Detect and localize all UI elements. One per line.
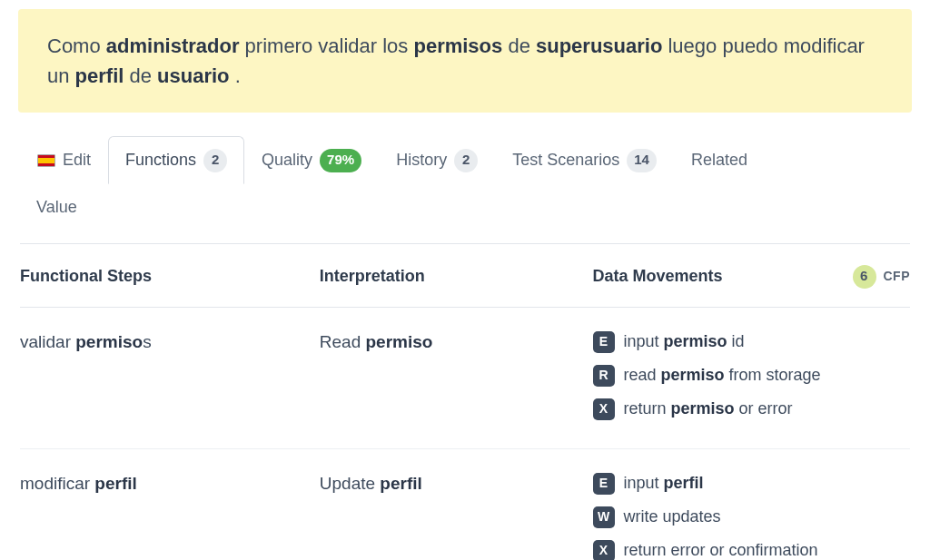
tab-value[interactable]: Value <box>20 184 910 231</box>
movement-line: Rread permiso from storage <box>593 363 911 388</box>
tab-badge: 2 <box>203 149 227 172</box>
tab-functions[interactable]: Functions2 <box>108 136 244 184</box>
step-name: validar permisos <box>20 329 298 356</box>
movement-text: input permiso id <box>624 329 745 354</box>
tab-label: Test Scenarios <box>512 148 619 172</box>
movement-code-badge: R <box>593 365 615 387</box>
data-movements: Einput perfilWwrite updatesXreturn error… <box>593 471 911 560</box>
user-story-banner: Como administrador primero validar los p… <box>18 9 912 113</box>
divider <box>20 243 910 244</box>
data-movements: Einput permiso idRread permiso from stor… <box>593 329 911 421</box>
main-content: EditFunctions2Quality79%History2Test Sce… <box>0 136 930 560</box>
tab-label: Edit <box>63 148 91 172</box>
tab-label: Quality <box>262 148 312 172</box>
movement-text: input perfil <box>624 471 704 496</box>
table-body: validar permisosRead permisoEinput permi… <box>20 308 910 560</box>
movement-line: Einput permiso id <box>593 329 911 354</box>
table-row: validar permisosRead permisoEinput permi… <box>20 308 910 449</box>
tab-edit[interactable]: Edit <box>20 136 108 184</box>
movement-line: Einput perfil <box>593 471 911 496</box>
cfp-indicator: 6 CFP <box>853 265 911 289</box>
col-functional-steps: Functional Steps <box>20 264 298 289</box>
movement-code-badge: X <box>593 398 615 420</box>
col-data-movements: Data Movements <box>593 264 723 289</box>
flag-icon <box>37 154 55 167</box>
tab-history[interactable]: History2 <box>379 136 495 184</box>
tab-label: History <box>396 148 447 172</box>
table-row: modificar perfilUpdate perfilEinput perf… <box>20 449 910 560</box>
movement-line: Xreturn error or confirmation <box>593 538 911 560</box>
col-interpretation: Interpretation <box>320 264 571 289</box>
interpretation: Read permiso <box>320 329 571 356</box>
col-data-movements-wrap: Data Movements 6 CFP <box>593 264 911 289</box>
tab-value-label: Value <box>36 198 77 216</box>
table-header: Functional Steps Interpretation Data Mov… <box>20 264 910 308</box>
movement-code-badge: E <box>593 331 615 353</box>
tab-badge: 14 <box>627 149 657 172</box>
movement-text: write updates <box>624 505 721 529</box>
functions-table: Functional Steps Interpretation Data Mov… <box>20 264 910 560</box>
step-name: modificar perfil <box>20 471 298 497</box>
tab-quality[interactable]: Quality79% <box>244 136 379 184</box>
tab-label: Related <box>691 148 747 172</box>
interpretation: Update perfil <box>320 471 571 497</box>
movement-line: Xreturn permiso or error <box>593 397 911 421</box>
cfp-count-badge: 6 <box>853 265 876 289</box>
tab-related[interactable]: Related <box>674 136 765 184</box>
tab-badge: 2 <box>454 149 478 172</box>
movement-code-badge: W <box>593 506 615 528</box>
tab-label: Functions <box>125 148 196 172</box>
cfp-label: CFP <box>884 267 911 286</box>
movement-code-badge: X <box>593 540 615 561</box>
tab-test-scenarios[interactable]: Test Scenarios14 <box>495 136 674 184</box>
movement-code-badge: E <box>593 473 615 495</box>
movement-text: return error or confirmation <box>624 538 818 560</box>
tabs-row: EditFunctions2Quality79%History2Test Sce… <box>20 136 910 184</box>
tab-badge: 79% <box>320 149 361 172</box>
movement-text: return permiso or error <box>624 397 793 421</box>
movement-line: Wwrite updates <box>593 505 911 529</box>
movement-text: read permiso from storage <box>624 363 821 388</box>
